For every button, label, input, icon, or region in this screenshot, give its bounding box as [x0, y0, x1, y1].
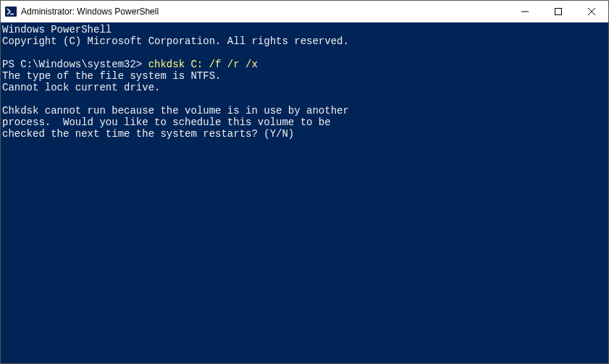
svg-rect-1	[555, 9, 562, 15]
minimize-icon	[521, 8, 529, 15]
maximize-icon	[555, 8, 562, 15]
terminal-line: The type of the file system is NTFS.	[2, 70, 221, 82]
minimize-button[interactable]	[508, 1, 542, 22]
terminal-line: checked the next time the system restart…	[2, 128, 294, 140]
close-button[interactable]	[575, 1, 608, 22]
terminal-line: process. Would you like to schedule this…	[2, 117, 331, 128]
close-icon	[588, 8, 595, 15]
terminal-line: Cannot lock current drive.	[2, 82, 160, 93]
titlebar-left: Administrator: Windows PowerShell	[5, 6, 159, 17]
titlebar[interactable]: Administrator: Windows PowerShell	[1, 1, 608, 22]
terminal-line: Windows PowerShell	[2, 24, 112, 35]
window-controls	[508, 1, 608, 22]
window-title: Administrator: Windows PowerShell	[21, 7, 159, 17]
terminal-line: Copyright (C) Microsoft Corporation. All…	[2, 35, 349, 47]
powershell-window: Administrator: Windows PowerShell Window…	[0, 0, 609, 364]
terminal-line: Chkdsk cannot run because the volume is …	[2, 105, 349, 117]
powershell-icon	[5, 6, 17, 17]
maximize-button[interactable]	[542, 1, 575, 22]
terminal-command: chkdsk C: /f /r /x	[148, 59, 258, 70]
terminal-prompt: PS C:\Windows\system32>	[2, 59, 148, 70]
terminal-area[interactable]: Windows PowerShell Copyright (C) Microso…	[1, 22, 608, 363]
